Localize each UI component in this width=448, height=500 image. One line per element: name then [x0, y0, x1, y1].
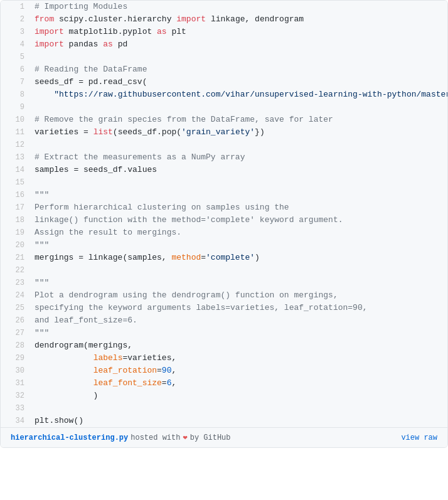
- line-number: 33: [1, 402, 32, 415]
- code-token: varieties =: [35, 127, 93, 137]
- code-token: ,: [171, 378, 176, 388]
- code-line: samples = seeds_df.values: [32, 164, 447, 176]
- code-token: Plot a dendrogram using the dendrogram()…: [35, 290, 338, 300]
- code-token: =: [201, 253, 206, 262]
- table-row: 16""": [1, 189, 447, 201]
- code-container: 1# Importing Modules2from scipy.cluster.…: [0, 0, 448, 448]
- code-footer: hierarchical-clustering.py hosted with ❤…: [1, 427, 447, 447]
- code-token: import: [176, 14, 206, 24]
- code-token: "https://raw.githubusercontent.com/vihar…: [54, 90, 447, 99]
- code-token: """: [35, 190, 49, 199]
- line-number: 12: [1, 139, 32, 151]
- code-token: linkage() function with the method='comp…: [35, 215, 343, 225]
- line-number: 5: [1, 51, 32, 63]
- code-token: dendrogram(mergings,: [35, 341, 132, 350]
- code-token: from: [35, 14, 54, 24]
- line-number: 2: [1, 13, 32, 26]
- code-token: list: [93, 127, 113, 137]
- line-number: 8: [1, 88, 32, 101]
- line-number: 26: [1, 314, 32, 327]
- code-line: linkage() function with the method='comp…: [32, 214, 447, 226]
- table-row: 7seeds_df = pd.read_csv(: [1, 76, 447, 88]
- code-line: # Extract the measurements as a NumPy ar…: [32, 151, 447, 164]
- table-row: 5: [1, 51, 447, 63]
- code-token: pandas: [64, 40, 103, 49]
- line-number: 25: [1, 302, 32, 314]
- table-row: 8 "https://raw.githubusercontent.com/vih…: [1, 88, 447, 101]
- line-number: 11: [1, 126, 32, 139]
- code-line: labels=varieties,: [32, 352, 447, 364]
- line-number: 28: [1, 339, 32, 352]
- code-line: # Reading the DataFrame: [32, 63, 447, 76]
- table-row: 10# Remove the grain species from the Da…: [1, 114, 447, 126]
- line-number: 10: [1, 114, 32, 126]
- code-line: leaf_font_size=6,: [32, 377, 447, 390]
- table-row: 18linkage() function with the method='co…: [1, 214, 447, 226]
- code-token: plt: [167, 27, 186, 36]
- line-number: 29: [1, 352, 32, 364]
- code-token: pd: [113, 40, 127, 49]
- code-line: Assign the result to mergings.: [32, 226, 447, 239]
- code-line: Perform hierarchical clustering on sampl…: [32, 201, 447, 214]
- code-token: scipy.cluster.hierarchy: [54, 14, 176, 24]
- code-token: mergings = linkage(samples,: [35, 253, 171, 262]
- table-row: 22: [1, 264, 447, 277]
- line-number: 31: [1, 377, 32, 390]
- code-line: varieties = list(seeds_df.pop('grain_var…: [32, 126, 447, 139]
- table-row: 19Assign the result to mergings.: [1, 226, 447, 239]
- line-number: 4: [1, 38, 32, 51]
- code-token: and leaf_font_size=6.: [35, 316, 137, 325]
- table-row: 32 ): [1, 390, 447, 402]
- line-number: 14: [1, 164, 32, 176]
- table-row: 9: [1, 101, 447, 114]
- code-token: ,: [171, 366, 176, 375]
- code-token: """: [35, 328, 49, 338]
- code-line: mergings = linkage(samples, method='comp…: [32, 252, 447, 264]
- code-token: """: [35, 278, 49, 287]
- code-token: as: [157, 27, 167, 36]
- code-line: [32, 264, 447, 277]
- code-token: 'grain_variety': [181, 127, 255, 137]
- footer-right: view raw: [401, 434, 437, 442]
- code-token: Assign the result to mergings.: [35, 228, 181, 237]
- line-number: 1: [1, 1, 32, 13]
- table-row: 24Plot a dendrogram using the dendrogram…: [1, 289, 447, 302]
- line-number: 6: [1, 63, 32, 76]
- line-number: 32: [1, 390, 32, 402]
- code-token: method: [171, 253, 201, 262]
- code-token: leaf_font_size: [93, 378, 162, 388]
- code-line: dendrogram(mergings,: [32, 339, 447, 352]
- code-token: # Remove the grain species from the Data…: [35, 115, 333, 124]
- code-token: seeds_df = pd.read_csv(: [35, 77, 147, 87]
- code-line: """: [32, 239, 447, 252]
- table-row: 31 leaf_font_size=6,: [1, 377, 447, 390]
- footer-left: hierarchical-clustering.py hosted with ❤…: [11, 433, 231, 442]
- view-raw-link[interactable]: view raw: [401, 434, 437, 442]
- table-row: 21mergings = linkage(samples, method='co…: [1, 252, 447, 264]
- code-line: [32, 402, 447, 415]
- code-token: labels: [93, 353, 123, 363]
- code-table: 1# Importing Modules2from scipy.cluster.…: [1, 1, 447, 427]
- code-token: import: [35, 40, 64, 49]
- code-token: ): [35, 391, 98, 400]
- code-body[interactable]: 1# Importing Modules2from scipy.cluster.…: [1, 1, 447, 427]
- code-token: matplotlib.pyplot: [64, 27, 157, 36]
- code-token: (seeds_df.pop(: [113, 127, 181, 137]
- code-line: import pandas as pd: [32, 38, 447, 51]
- line-number: 23: [1, 277, 32, 289]
- table-row: 23""": [1, 277, 447, 289]
- code-line: """: [32, 189, 447, 201]
- code-token: specifying the keyword arguments labels=…: [35, 303, 368, 312]
- table-row: 11varieties = list(seeds_df.pop('grain_v…: [1, 126, 447, 139]
- code-token: Perform hierarchical clustering on sampl…: [35, 203, 289, 212]
- code-line: plt.show(): [32, 415, 447, 427]
- table-row: 15: [1, 176, 447, 189]
- code-line: leaf_rotation=90,: [32, 364, 447, 377]
- code-line: seeds_df = pd.read_csv(: [32, 76, 447, 88]
- code-line: ): [32, 390, 447, 402]
- filename[interactable]: hierarchical-clustering.py: [11, 434, 128, 442]
- table-row: 6# Reading the DataFrame: [1, 63, 447, 76]
- code-token: [35, 378, 93, 388]
- code-token: [35, 353, 93, 363]
- heart-icon: ❤: [183, 433, 187, 442]
